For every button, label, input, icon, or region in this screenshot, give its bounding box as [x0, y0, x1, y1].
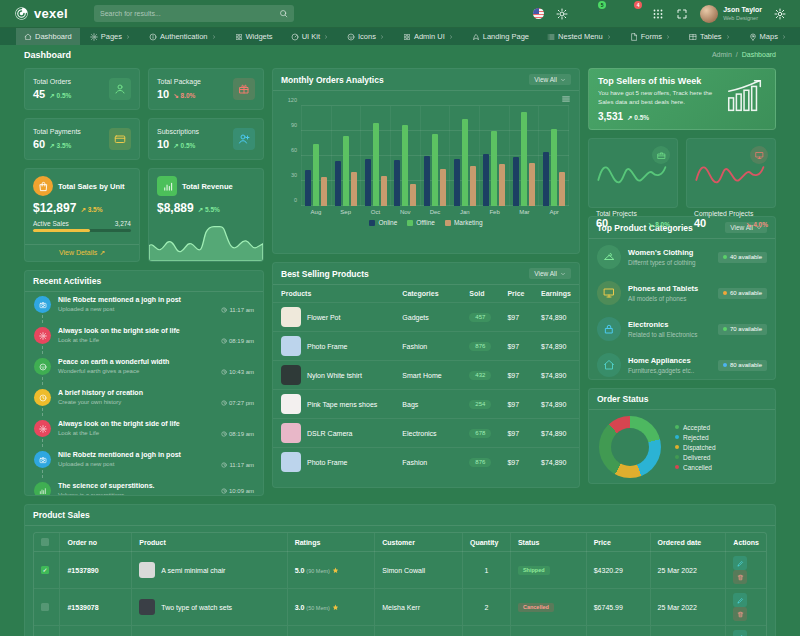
activity-item[interactable]: Nile Robetz mentioned a jogh in post Upl… — [25, 447, 263, 478]
donut-legend-item[interactable]: Dispatched — [675, 444, 716, 451]
category-item[interactable]: Home Appliances Furnitures,gadgets etc..… — [589, 347, 775, 380]
nav-item[interactable]: Maps — [741, 28, 795, 45]
app-logo[interactable]: vexel — [14, 6, 68, 21]
nav-item[interactable]: UI Kit — [283, 28, 337, 45]
category-item[interactable]: Women's Clothing Differnt types of cloth… — [589, 239, 775, 275]
nav-item[interactable]: Landing Page — [464, 28, 537, 45]
chart-menu-icon[interactable] — [561, 94, 571, 104]
best-selling-row[interactable]: Photo Frame Fashion 876 $97 $74,890 — [273, 448, 579, 477]
best-selling-row[interactable]: DSLR Camera Electronics 678 $97 $74,890 — [273, 419, 579, 448]
nav-item-icon — [149, 33, 157, 41]
quantity: 1 — [462, 552, 510, 589]
activity-item[interactable]: A brief history of creation Create your … — [25, 385, 263, 416]
nav-item[interactable]: Pages — [82, 28, 139, 45]
product-sales-row[interactable]: #1539832 Mony layer headphones 4.5 (65 M… — [34, 626, 766, 636]
category-item[interactable]: Electronics Related to all Electronics 7… — [589, 311, 775, 347]
product-sales-row[interactable]: #1537890 A semi minimal chair 5.0 (90 Me… — [34, 552, 766, 589]
legend-item[interactable]: Offline — [407, 219, 435, 226]
legend-item[interactable]: Marketing — [445, 219, 483, 226]
top-sellers-card[interactable]: Top Sellers of this Week You have got 5 … — [588, 68, 776, 130]
best-selling-row[interactable]: Pink Tape mens shoes Bags 254 $97 $74,89… — [273, 390, 579, 419]
status-badge: Shipped — [518, 566, 550, 575]
chevron-right-icon — [448, 34, 454, 40]
best-selling-view-all-button[interactable]: View All — [529, 268, 571, 279]
bar-chart-legend: OnlineOfflineMarketing — [273, 219, 579, 226]
select-all-checkbox[interactable] — [41, 538, 49, 546]
notifications-bell-icon[interactable] — [616, 8, 628, 20]
nav-item-icon — [689, 33, 697, 41]
view-details-link[interactable]: View Details ↗ — [25, 244, 139, 261]
breadcrumb-section[interactable]: Admin — [712, 51, 732, 58]
best-selling-row[interactable]: Nylon White tshirt Smart Home 432 $97 $7… — [273, 361, 579, 390]
category-icon-box — [597, 281, 621, 305]
activity-item[interactable]: Nile Robetz mentioned a jogh in post Upl… — [25, 292, 263, 323]
activity-item[interactable]: Always look on the bright side of life L… — [25, 323, 263, 354]
product-earnings: $74,890 — [533, 419, 579, 448]
nav-item[interactable]: Authentication — [141, 28, 225, 45]
left-column: Total Orders 45 ↗ 0.5% Total Package 10 — [24, 68, 264, 496]
stat-delta: ↗ 0.5% — [49, 92, 71, 100]
edit-button[interactable] — [733, 593, 747, 607]
timeline-connector — [42, 377, 43, 385]
project-icon-box — [652, 146, 670, 164]
activity-title: Nile Robetz mentioned a jogh in post — [58, 296, 181, 304]
best-selling-header-row: Products Categories Sold Price Earnings — [273, 285, 579, 303]
donut-legend-item[interactable]: Delivered — [675, 454, 716, 461]
delete-button[interactable] — [733, 607, 747, 621]
legend-item[interactable]: Online — [369, 219, 397, 226]
donut-legend-item[interactable]: Rejected — [675, 434, 716, 441]
stat-label: Total Payments — [33, 128, 81, 135]
col-price: Price — [586, 533, 650, 552]
settings-gear-icon[interactable] — [774, 8, 786, 20]
language-flag-icon[interactable] — [533, 8, 544, 19]
nav-item-label: Widgets — [246, 32, 273, 41]
search-icon[interactable] — [279, 9, 288, 18]
clock-icon — [221, 431, 227, 437]
best-selling-row[interactable]: Photo Frame Fashion 876 $97 $74,890 — [273, 332, 579, 361]
cart-icon[interactable] — [580, 8, 592, 20]
nav-item[interactable]: Tables — [681, 28, 739, 45]
fullscreen-icon[interactable] — [676, 8, 688, 20]
nav-item[interactable]: Forms — [622, 28, 679, 45]
edit-button[interactable] — [733, 630, 747, 636]
row-checkbox[interactable] — [41, 603, 49, 611]
donut-legend-item[interactable]: Cancelled — [675, 464, 716, 471]
clock-icon — [221, 462, 227, 468]
row-checkbox[interactable] — [41, 566, 49, 574]
activity-item[interactable]: Peace on earth a wonderful width Wonderf… — [25, 354, 263, 385]
activity-item[interactable]: The science of superstitions. Volume is … — [25, 478, 263, 496]
product-thumbnail — [281, 452, 301, 472]
activity-item[interactable]: Always look on the bright side of life L… — [25, 416, 263, 447]
stat-card[interactable]: Total Orders 45 ↗ 0.5% — [24, 68, 140, 110]
activity-desc: Look at the Life — [58, 430, 180, 436]
nav-item[interactable]: Widgets — [227, 28, 281, 45]
stat-card[interactable]: Subscriptions 10 ↗ 0.5% — [148, 118, 264, 160]
sparkline-chart — [596, 187, 670, 204]
nav-item[interactable]: Icons — [339, 28, 393, 45]
category-item[interactable]: Phones and Tablets All models of phones … — [589, 275, 775, 311]
quantity: 1 — [462, 626, 510, 636]
analytics-view-all-button[interactable]: View All — [529, 74, 571, 85]
stat-card[interactable]: Total Package 10 ↘ 8.0% — [148, 68, 264, 110]
theme-toggle-sun-icon[interactable] — [556, 8, 568, 20]
nav-item[interactable]: Admin UI — [395, 28, 462, 45]
project-stat-card[interactable]: Total Projects 60 ↘ 8.0% — [588, 138, 678, 208]
user-menu[interactable]: Json Taylor Web Designer — [700, 5, 762, 23]
nav-item[interactable]: Nested Menu — [539, 28, 620, 45]
recent-activities-card: Recent Activities Nile Robetz mentioned … — [24, 270, 264, 496]
global-search[interactable] — [94, 5, 294, 22]
product-sales-header-row: Order no Product Ratings Customer Quanti… — [34, 533, 766, 552]
ordered-date: 27 Feb 2022 — [650, 626, 726, 636]
product-category: Smart Home — [394, 361, 461, 390]
apps-grid-icon[interactable] — [652, 8, 664, 20]
nav-item[interactable]: Dashboard — [16, 28, 80, 45]
delete-button[interactable] — [733, 570, 747, 584]
project-stat-card[interactable]: Completed Projects 40 ↘ 4.0% — [686, 138, 776, 208]
project-delta: ↘ 8.0% — [648, 221, 670, 229]
best-selling-row[interactable]: Flower Pot Gadgets 457 $97 $74,890 — [273, 303, 579, 332]
edit-button[interactable] — [733, 556, 747, 570]
search-input[interactable] — [100, 10, 279, 17]
stat-card[interactable]: Total Payments 60 ↗ 3.5% — [24, 118, 140, 160]
product-sales-row[interactable]: #1539078 Two type of watch sets 3.0 (50 … — [34, 589, 766, 626]
donut-legend-item[interactable]: Accepted — [675, 424, 716, 431]
